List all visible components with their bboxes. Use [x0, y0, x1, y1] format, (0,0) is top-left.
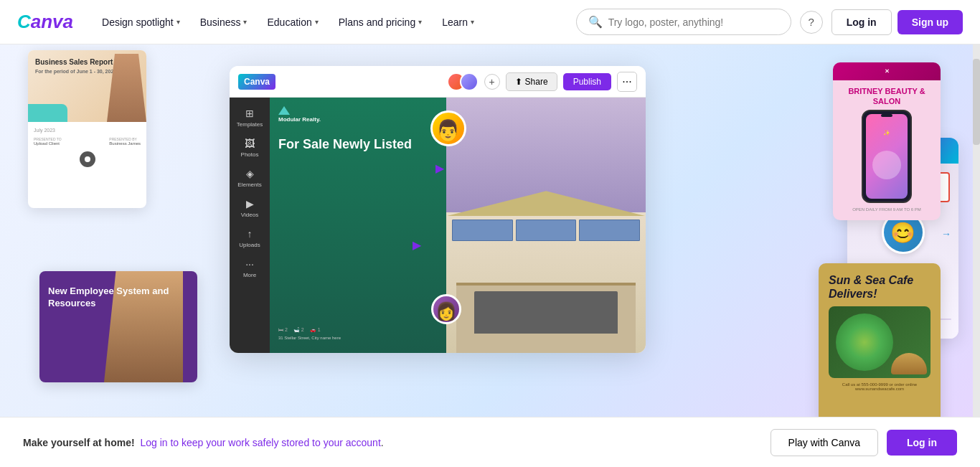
cafe-title: Sun & Sea Cafe Delivers! — [829, 273, 930, 301]
play-with-canva-button[interactable]: Play with Canva — [771, 429, 878, 456]
canvas-headline: For Sale Newly Listed — [278, 137, 412, 153]
phone-mockup: ✨ — [862, 110, 912, 203]
bottom-period: . — [381, 437, 384, 448]
nav-design-spotlight-label: Design spotlight — [102, 16, 174, 28]
sidebar-tool-uploads[interactable]: ↑ Uploads — [230, 224, 270, 253]
bottom-message-strong: Make yourself at home! — [23, 437, 135, 448]
chevron-down-icon: ▾ — [471, 18, 474, 26]
canva-logo[interactable]: Canva — [17, 11, 73, 33]
presenter-by-section: PRESENTED BY Business James — [109, 137, 141, 146]
uploads-icon: ↑ — [248, 228, 253, 240]
card-biz-date: July 2023 — [34, 128, 141, 133]
photos-icon: 🖼 — [245, 138, 255, 149]
britney-title: BRITNEY BEAUTY & SALON — [842, 86, 932, 107]
sidebar-tool-videos[interactable]: ▶ Videos — [230, 194, 270, 222]
canvas-right-panel — [446, 98, 646, 353]
more-icon: ··· — [245, 258, 254, 270]
canvas-cursor-2: ▶ — [435, 161, 444, 175]
sidebar-tool-templates[interactable]: ⊞ Templates — [230, 103, 270, 132]
bottom-bar: Make yourself at home! Log in to keep yo… — [0, 417, 980, 467]
sidebar-tool-more[interactable]: ··· More — [230, 254, 270, 283]
canvas-house-body — [446, 212, 646, 353]
britney-tagline: OPEN DAILY FROM 9 AM TO 6 PM — [842, 207, 932, 212]
marketing-face-icon: 😊 — [890, 221, 915, 245]
templates-icon: ⊞ — [245, 108, 254, 119]
editor-container: Canva + ⬆ Share Publish ··· — [230, 66, 674, 367]
sidebar-tool-elements[interactable]: ◈ Elements — [230, 164, 270, 192]
editor-window: Canva + ⬆ Share Publish ··· — [230, 66, 646, 353]
canvas-garage — [456, 283, 636, 353]
food-greens — [836, 313, 893, 371]
main-content: Business Sales Report For the period of … — [0, 44, 980, 467]
chevron-down-icon: ▾ — [243, 18, 247, 26]
more-options-button[interactable]: ··· — [617, 72, 637, 92]
card-cafe[interactable]: Sun & Sea Cafe Delivers! Call us at 555-… — [819, 263, 941, 428]
help-button[interactable]: ? — [800, 11, 823, 34]
chevron-down-icon: ▾ — [418, 18, 422, 26]
search-input[interactable] — [608, 16, 779, 28]
bottom-message: Make yourself at home! Log in to keep yo… — [23, 437, 384, 448]
nav-plans-label: Plans and pricing — [339, 16, 415, 28]
canvas-address: 31 Stellar Street, City name here — [278, 336, 341, 340]
britney-phone-wrap: ✨ — [842, 110, 932, 203]
nav-learn-label: Learn — [442, 16, 468, 28]
card-biz-period: For the period of June 1 - 30, 2023 — [35, 68, 116, 75]
card-britney[interactable]: ✕ BRITNEY BEAUTY & SALON ✨ OPEN DAILY FR… — [833, 62, 941, 220]
sidebar-tool-videos-label: Videos — [241, 212, 258, 218]
editor-canvas[interactable]: Modular Realty. For Sale Newly Listed 31… — [270, 98, 646, 353]
search-bar[interactable]: 🔍 — [576, 9, 791, 35]
publish-button[interactable]: Publish — [563, 73, 611, 90]
sidebar-tool-templates-label: Templates — [237, 121, 263, 128]
card-employee[interactable]: New Employee System and Resources — [39, 271, 197, 382]
sidebar-tool-uploads-label: Uploads — [239, 242, 260, 248]
logo-text: Canva — [17, 11, 73, 32]
card-biz-accent — [28, 104, 67, 122]
editor-body: ⊞ Templates 🖼 Photos ◈ Elements ▶ Videos — [230, 98, 646, 353]
food-bread — [891, 353, 927, 374]
card-business-sales[interactable]: Business Sales Report For the period of … — [28, 50, 146, 208]
card-employee-text: New Employee System and Resources — [48, 286, 197, 310]
bottom-login-link[interactable]: Log in to keep your work safely stored t… — [140, 437, 380, 448]
share-icon: ⬆ — [515, 77, 522, 87]
arrow-icon: → — [941, 228, 951, 240]
chevron-down-icon: ▾ — [315, 18, 319, 26]
canvas-agent-main: 👨 — [430, 110, 466, 146]
nav-plans[interactable]: Plans and pricing ▾ — [330, 11, 430, 34]
nav-education[interactable]: Education ▾ — [258, 11, 326, 34]
card-business-bottom: July 2023 PRESENTED TO Upload Client PRE… — [28, 122, 146, 173]
login-button[interactable]: Log in — [831, 9, 892, 35]
scrollbar-thumb[interactable] — [973, 59, 980, 145]
nav-business[interactable]: Business ▾ — [192, 11, 256, 34]
canvas-features: 🛏 2 🛁 2 🚗 1 — [278, 327, 321, 333]
chevron-down-icon: ▾ — [176, 18, 180, 26]
add-collaborator-button[interactable]: + — [484, 74, 500, 90]
signup-button[interactable]: Sign up — [897, 10, 963, 34]
canvas-agent-secondary: 👩 — [431, 294, 461, 324]
bottom-actions: Play with Canva Log in — [771, 429, 957, 456]
avatar-b — [460, 72, 479, 91]
sidebar-tool-photos-label: Photos — [241, 151, 259, 158]
search-icon: 🔍 — [588, 15, 603, 29]
sidebar-tool-elements-label: Elements — [237, 181, 261, 188]
help-icon: ? — [809, 16, 814, 28]
canvas-left-panel: Modular Realty. For Sale Newly Listed 31… — [270, 98, 451, 353]
card-biz-title: Business Sales Report For the period of … — [35, 57, 116, 75]
nav-learn[interactable]: Learn ▾ — [433, 11, 483, 34]
videos-icon: ▶ — [246, 198, 254, 209]
share-button[interactable]: ⬆ Share — [506, 72, 557, 91]
nav-business-label: Business — [200, 16, 241, 28]
editor-logo: Canva — [238, 74, 275, 90]
nav-design-spotlight[interactable]: Design spotlight ▾ — [93, 11, 189, 34]
cafe-tagline: Call us at 555-000-9999 or order online … — [829, 382, 930, 391]
editor-toolbar-right: + ⬆ Share Publish ··· — [453, 72, 637, 92]
nav-items: Design spotlight ▾ Business ▾ Education … — [93, 11, 576, 34]
elements-icon: ◈ — [246, 168, 254, 179]
share-label: Share — [525, 77, 548, 87]
canvas-company-logo: Modular Realty. — [278, 106, 321, 123]
editor-avatars — [453, 72, 479, 91]
login-bottom-button[interactable]: Log in — [887, 430, 957, 456]
editor-toolbar: Canva + ⬆ Share Publish ··· — [230, 66, 646, 98]
scrollbar[interactable] — [973, 44, 980, 467]
sidebar-tool-photos[interactable]: 🖼 Photos — [230, 133, 270, 162]
britney-header: ✕ — [833, 62, 941, 80]
